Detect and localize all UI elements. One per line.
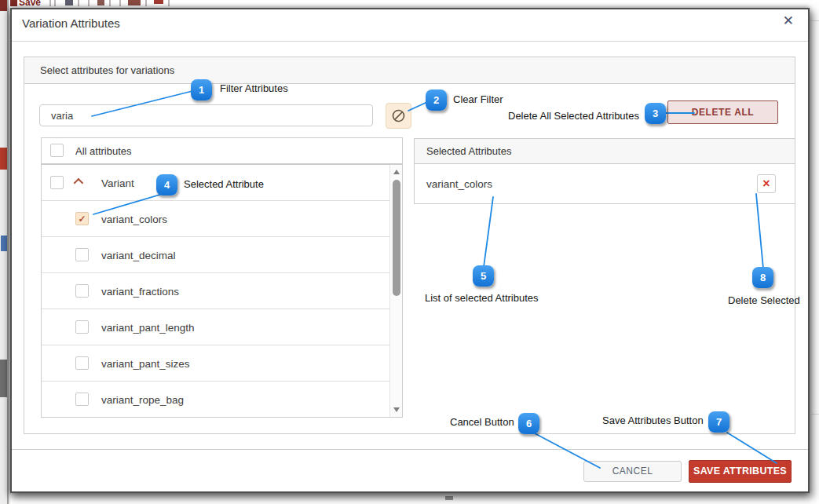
attribute-label: variant_decimal [101,249,176,261]
attribute-checkbox[interactable] [75,248,89,261]
attribute-row[interactable]: variant_pant_sizes [42,345,402,382]
scroll-up-icon[interactable] [393,170,400,174]
dialog-title: Variation Attributes [22,16,120,30]
callout-8-label: Delete Selected [728,294,800,306]
section-header: Select attributes for variations [24,57,795,84]
background-left-strip [0,0,10,504]
footer-divider [12,449,808,450]
scroll-down-icon[interactable] [393,407,400,412]
selected-attribute-label: variant_colors [426,178,492,190]
background-toolbar-strip: Save [0,0,819,7]
callout-1-label: Filter Attributes [220,82,288,94]
toolbar-separator [78,0,79,6]
callout-7-label: Save Attributes Button [602,415,704,426]
all-attributes-header: All attributes [41,137,403,164]
toolbar-icon-fragment [65,0,73,5]
toolbar-separator [119,0,121,6]
toolbar-separator [168,0,170,6]
cancel-button[interactable]: CANCEL [583,461,682,482]
callout-2-badge: 2 [426,89,447,111]
attribute-row[interactable]: variant_rope_bag [42,382,402,418]
toolbar-separator [109,0,111,6]
toolbar-separator [88,0,90,6]
attribute-row[interactable]: variant_pant_length [42,309,402,345]
attribute-label: variant_pant_length [101,321,195,333]
save-attributes-button[interactable]: SAVE ATTRIBUTES [689,460,792,483]
callout-4-label: Selected Attribute [184,178,264,190]
select-all-checkbox[interactable] [50,144,64,157]
selected-attribute-row: variant_colors × [415,164,795,203]
toolbar-icon-fragment [128,0,141,5]
collapse-caret-icon[interactable] [74,177,84,188]
callout-8-badge: 8 [752,267,773,288]
toolbar-separator [145,0,147,6]
callout-1-badge: 1 [191,79,212,100]
close-icon[interactable]: ✕ [783,14,794,27]
background-fragment [0,0,7,11]
background-page-edge [7,0,9,504]
callout-2-label: Clear Filter [453,93,503,105]
callout-3-label: Delete All Selected Attributes [508,110,639,122]
toolbar-icon-fragment [154,0,163,4]
all-attributes-label: All attributes [75,145,132,157]
delete-selected-button[interactable]: × [757,174,776,193]
background-fragment [0,148,7,170]
title-divider [12,41,808,42]
background-fragment [1,236,7,251]
attribute-checkbox[interactable] [75,356,89,370]
attribute-label: variant_colors [101,213,167,225]
callout-7-badge: 7 [708,411,729,433]
callout-5-badge: 5 [473,265,494,287]
toolbar-separator [49,0,51,6]
callout-4-badge: 4 [156,174,177,195]
callout-3-badge: 3 [645,103,666,124]
attribute-row[interactable]: variant_fractions [42,273,402,309]
screenshot-root: Save Variation Attributes ✕ Select attri… [0,0,819,504]
attribute-checkbox[interactable] [75,284,89,298]
attribute-label: variant_pant_sizes [101,357,190,369]
toolbar-icon-fragment [97,0,104,5]
callout-6-badge: 6 [518,413,539,434]
attribute-row[interactable]: ✓ variant_colors [42,201,402,237]
callout-5-label: List of selected Attributes [425,292,539,304]
selected-attributes-header: Selected Attributes [415,139,795,164]
background-line [811,414,819,415]
attribute-label: variant_rope_bag [101,393,184,405]
background-tick [445,496,453,500]
attribute-checkbox[interactable] [75,320,89,334]
attribute-label: variant_fractions [101,285,179,297]
attribute-row[interactable]: variant_decimal [42,237,402,273]
filter-attributes-input[interactable] [39,104,373,126]
toolbar-save-label: Save [19,0,41,7]
delete-all-button[interactable]: DELETE ALL [667,100,778,124]
callout-6-label: Cancel Button [450,416,514,428]
attribute-checkbox-checked[interactable]: ✓ [75,212,89,225]
group-label: Variant [101,177,134,188]
circle-slash-icon [391,108,406,123]
clear-filter-button[interactable] [386,103,411,129]
attributes-list: Variant ✓ variant_colors variant_decimal… [41,164,403,418]
background-line [811,20,819,21]
selected-attributes-panel: Selected Attributes variant_colors × [414,138,795,204]
scrollbar-thumb[interactable] [393,180,400,296]
attribute-checkbox[interactable] [75,393,89,406]
group-checkbox[interactable] [50,176,64,189]
toolbar-separator [54,0,56,6]
list-scrollbar[interactable] [389,165,402,417]
